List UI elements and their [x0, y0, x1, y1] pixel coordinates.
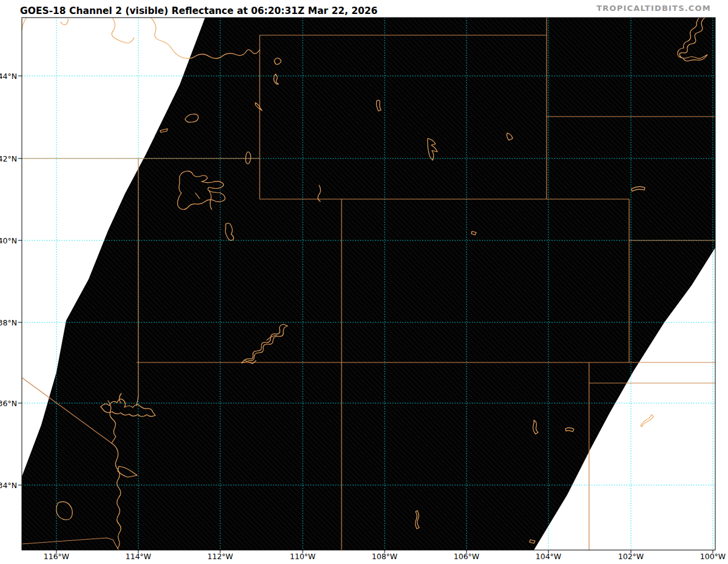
x-tick-label: 108°W — [372, 552, 397, 561]
satellite-image-page: 116°W 114°W 112°W 110°W 108°W 106°W 104°… — [0, 0, 728, 564]
y-tick-label: 36°N — [0, 399, 17, 408]
x-tick-label: 114°W — [126, 552, 151, 561]
goes-satellite-figure: 116°W 114°W 112°W 110°W 108°W 106°W 104°… — [0, 0, 728, 564]
map-area — [22, 18, 715, 551]
page-title: GOES-18 Channel 2 (visible) Reflectance … — [20, 5, 377, 16]
x-tick-label: 116°W — [44, 552, 69, 561]
y-tick-label: 44°N — [0, 72, 17, 81]
x-tick-label: 102°W — [618, 552, 644, 561]
x-axis-labels: 116°W 114°W 112°W 110°W 108°W 106°W 104°… — [44, 552, 726, 561]
tropicaltidbits-watermark: TROPICALTIDBITS.COM — [596, 4, 711, 13]
y-tick-label: 34°N — [0, 481, 17, 490]
y-tick-label: 40°N — [0, 236, 17, 245]
x-tick-label: 110°W — [290, 552, 315, 561]
x-tick-label: 112°W — [207, 552, 233, 561]
x-tick-label: 106°W — [454, 552, 479, 561]
x-tick-label: 104°W — [536, 552, 561, 561]
y-tick-label: 42°N — [0, 154, 17, 163]
x-tick-label: 100°W — [700, 552, 726, 561]
y-tick-label: 38°N — [0, 318, 17, 327]
